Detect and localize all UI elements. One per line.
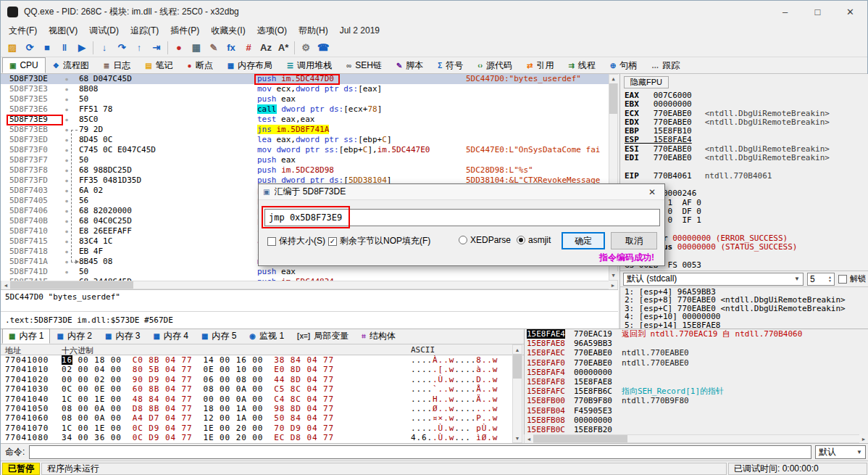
breakpoint-dot[interactable]: ● [62,186,72,196]
dump-row[interactable]: 770410701C 00 1E 000C D9 04 771E 00 20 0… [1,424,512,433]
hash-icon[interactable]: # [240,40,257,56]
disasm-row[interactable]: 5D8F73E9●85C0test eax,eax [1,115,618,125]
stack-row[interactable]: 15E8FB04F45905E3 [525,406,868,416]
disasm-row[interactable]: 5D8F73E6●FF51 78call dword ptr ds:[ecx+7… [1,104,618,115]
tab-graph[interactable]: ❖流程图 [46,57,96,73]
tab-dump-1[interactable]: ▦内存 1 [2,329,50,344]
dump-vertical-scrollbar[interactable]: ▲ ▼ [512,344,522,443]
command-input[interactable] [29,445,811,459]
assemble-icon[interactable]: Az [257,40,275,56]
register-row[interactable]: EDX 770EABE0<ntdll.DbgUiRemoteBreakin> [625,118,868,127]
scroll-thumb[interactable] [609,83,617,114]
step-into-icon[interactable]: ↓ [96,40,113,56]
stack-row[interactable]: 15E8FAF0770EABE0ntdll.770EABE0 [525,358,868,368]
maximize-button[interactable]: □ [801,1,834,22]
breakpoint-dot[interactable]: ● [62,165,72,175]
breakpoint-dot[interactable]: ● [62,84,72,94]
dump-row[interactable]: 7704101002 00 04 0080 5B 04 770E 00 10 0… [1,365,512,374]
stack-row[interactable]: 15E8FAF815E8FAE8 [525,377,868,387]
patch-icon[interactable]: ✎ [205,40,222,56]
breakpoint-dot[interactable]: ● [62,257,72,267]
asmjit-radio[interactable]: asmjit [517,235,551,245]
assemble-input[interactable] [264,209,660,226]
tab-log[interactable]: ≣日志 [96,57,138,73]
minimize-button[interactable]: – [769,1,801,22]
tab-struct[interactable]: ⌗结构体 [355,329,402,344]
dump-row[interactable]: 770410401C 00 1E 0048 84 04 7700 00 0A 0… [1,395,512,404]
tab-call-stack[interactable]: ☰调用堆栈 [280,57,339,73]
run-to-cursor-icon[interactable]: ⇥ [148,40,165,56]
breakpoint-dot[interactable]: ● [62,104,72,115]
breakpoint-dot[interactable]: ● [62,155,72,165]
tab-threads[interactable]: ⇉线程 [561,57,602,73]
stack-row[interactable]: 15E8FAE896A59BB3 [525,339,868,348]
settings-icon[interactable]: ⚙ [297,40,314,56]
tab-dump-4[interactable]: ▦内存 4 [146,329,194,344]
disasm-row[interactable]: 5D8F73F7●50push eax [1,155,618,165]
title-bar[interactable]: QQ.exe - PID: 268C - 模块: im.dll - 线程: 25… [1,1,867,22]
disasm-row[interactable]: 5D8F73ED●8D45 0Clea eax,dword ptr ss:[eb… [1,135,618,145]
tab-dump-2[interactable]: ▦内存 2 [50,329,98,344]
breakpoint-dot[interactable]: ● [62,196,72,206]
breakpoint-dot[interactable]: ● [62,115,72,125]
stack-row[interactable]: 15E8FB0800000000 [525,416,868,425]
tab-watch-1[interactable]: ◉监视 1 [243,329,291,344]
register-row[interactable]: EBP 15E8FB10 [625,127,868,136]
scroll-down-icon[interactable]: ▼ [609,271,618,280]
tab-references[interactable]: ⇄引用 [519,57,561,73]
breakpoint-dot[interactable]: ● [62,267,72,277]
arg-count-spinner[interactable]: 5 ▲▼ [807,273,835,286]
fx-icon[interactable]: fx [222,40,240,56]
breakpoint-dot[interactable]: ● [62,206,72,216]
tab-handles[interactable]: ⊕句柄 [603,57,644,73]
breakpoint-dot[interactable]: ● [62,175,72,186]
tab-breakpoints[interactable]: ●断点 [180,57,220,73]
device-icon[interactable]: ☎ [314,40,332,56]
menu-file[interactable]: 文件(F) [3,24,43,37]
close-button[interactable]: ✕ [834,1,867,22]
breakpoint-dot[interactable]: ● [62,145,72,155]
nop-fill-checkbox[interactable]: 剩余字节以NOP填充(F) [328,235,430,247]
scroll-thumb[interactable] [513,354,522,379]
dump-row[interactable]: 7704108034 00 36 000C D9 04 771E 00 20 0… [1,433,512,442]
scroll-right-icon[interactable]: ► [859,434,868,443]
register-row[interactable]: ESI 770EABE0<ntdll.DbgUiRemoteBreakin> [625,145,868,154]
disasm-row[interactable]: 5D8F73EB●79 2Djns im.5D8F741A [1,125,618,135]
tab-seh[interactable]: ∞SEH链 [339,57,389,73]
cancel-button[interactable]: 取消 [611,232,657,249]
scroll-right-icon[interactable]: ► [609,281,617,289]
stack-row[interactable]: 15E8FB0C15E8FB20 [525,425,868,434]
dump-row[interactable]: 770410300C 00 0E 0060 8B 04 7708 00 0A 0… [1,384,512,394]
breakpoint-dot[interactable]: ● [62,74,72,84]
stack-horizontal-scrollbar[interactable]: ◄ ► [524,434,868,443]
menu-options[interactable]: 选项(O) [251,24,293,37]
tab-memory-map[interactable]: ▦内存布局 [220,57,280,73]
breakpoint-dot[interactable]: ● [62,247,72,257]
scroll-up-icon[interactable]: ▲ [609,75,618,83]
dump-row[interactable]: 7704106008 00 0A 00A4 D7 04 7712 00 1A 0… [1,413,512,423]
unlock-checkbox[interactable]: 解锁 [838,273,866,284]
stack-row[interactable]: 15E8FAEC770EABE0ntdll.770EABE0 [525,348,868,358]
tab-cpu[interactable]: ▣CPU [2,57,46,73]
restart-icon[interactable]: ⟳ [21,40,38,56]
disasm-horizontal-scrollbar[interactable]: ◄ ► [1,281,618,289]
step-out-icon[interactable]: ↑ [130,40,148,56]
tab-dump-5[interactable]: ▦内存 5 [195,329,243,344]
open-file-icon[interactable]: ▨ [4,40,21,56]
menu-debug[interactable]: 调试(D) [83,24,125,37]
scroll-left-icon[interactable]: ◄ [1,281,10,289]
menu-view[interactable]: 视图(V) [43,24,83,37]
tab-source[interactable]: ‹›源代码 [470,57,519,73]
stack-view[interactable]: 15E8FAE4770EAC19返回到 ntdll.770EAC19 自 ntd… [524,329,868,434]
dump-row[interactable]: 7704102000 00 02 0090 D9 04 7706 00 08 0… [1,375,512,384]
tab-trace[interactable]: …跟踪 [644,57,687,73]
dialog-close-button[interactable]: ✕ [640,184,664,200]
scroll-up-icon[interactable]: ▲ [513,345,522,354]
scroll-thumb[interactable] [10,281,133,289]
breakpoint-dot[interactable]: ● [62,226,72,236]
tab-dump-3[interactable]: ▦内存 3 [99,329,146,344]
dialog-title-bar[interactable]: ▣ 汇编于 5D8F73DE ✕ [259,184,664,200]
tab-locals[interactable]: [x=]局部变量 [291,329,355,344]
memory-map-icon[interactable]: ▦ [188,40,205,56]
calling-convention-select[interactable]: 默认 (stdcall) ▼ [623,273,804,286]
